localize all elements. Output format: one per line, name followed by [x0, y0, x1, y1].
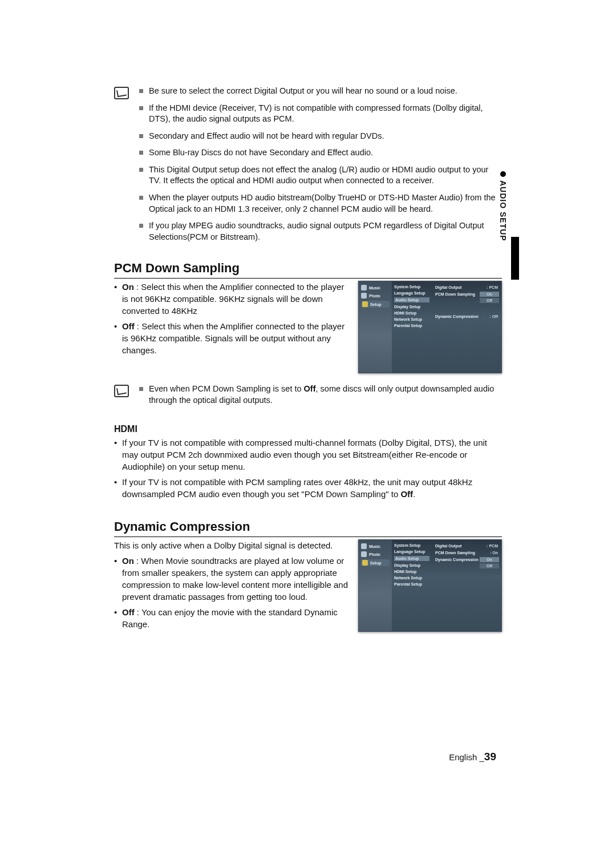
footer-language: English — [449, 752, 477, 762]
menu-col2-item: Language Setup — [394, 550, 429, 554]
option-label: PCM Down Sampling — [435, 292, 475, 296]
note-block-pcm: Even when PCM Down Sampling is set to Of… — [114, 384, 502, 412]
dyn-bullets: •On : When Movie soundtracks are played … — [114, 555, 349, 630]
bullet-square-icon — [139, 134, 143, 138]
menu-col1-item: Music — [369, 286, 380, 290]
dyn-intro: This is only active when a Dolby Digital… — [114, 539, 349, 551]
section-heading-pcm: PCM Down Sampling — [114, 261, 502, 279]
menu-col2-item: Network Setup — [394, 317, 429, 321]
menu-col2-item: Display Setup — [394, 563, 429, 567]
music-icon — [361, 543, 367, 549]
menu-col2-item: HDMI Setup — [394, 311, 429, 315]
photo-icon — [361, 293, 367, 299]
hdmi-bullets: •If your TV is not compatible with compr… — [114, 437, 502, 500]
setup-menu-screenshot-dynamic: Music Photo Setup System Setup Language … — [358, 539, 502, 632]
menu-col2-item: Network Setup — [394, 576, 429, 580]
hdmi-subheading: HDMI — [114, 424, 502, 434]
gear-icon — [362, 560, 368, 566]
photo-icon — [361, 551, 367, 557]
menu-col2-item: HDMI Setup — [394, 570, 429, 574]
note-item: Some Blu-ray Discs do not have Secondary… — [149, 147, 373, 159]
menu-col2-item: Language Setup — [394, 291, 429, 295]
footer-sep: _ — [480, 752, 484, 762]
bullet-lead: On — [122, 282, 134, 292]
popup-option: On — [480, 557, 499, 562]
menu-col2-item: System Setup — [394, 543, 429, 547]
popup-option: Off — [480, 298, 499, 303]
popup-option: Off — [480, 563, 499, 568]
bullet-text: : You can enjoy the movie with the stand… — [122, 607, 338, 629]
menu-col2-item-selected: Audio Setup — [394, 297, 429, 302]
menu-col1-item: Setup — [370, 302, 381, 306]
side-tab-marker — [511, 237, 519, 280]
bullet-text: : Select this when the Amplifier connect… — [122, 321, 345, 355]
note-list-top: Be sure to select the correct Digital Ou… — [139, 86, 502, 248]
bullet-text: If your TV is not compatible with compre… — [122, 437, 502, 473]
option-label: Dynamic Compression — [435, 314, 479, 318]
side-tab-label: AUDIO SETUP — [499, 180, 508, 241]
bullet-square-icon — [139, 196, 143, 200]
note-icon — [114, 87, 129, 99]
bullet-square-icon — [139, 151, 143, 155]
note-item: Be sure to select the correct Digital Ou… — [149, 86, 457, 97]
bullet-lead: Off — [122, 607, 135, 617]
note-block-top: Be sure to select the correct Digital Ou… — [114, 86, 502, 248]
page-footer: English _39 — [449, 751, 496, 763]
bullet-square-icon — [139, 224, 143, 228]
popup-option: On — [480, 292, 499, 297]
side-tab-bullet — [500, 171, 506, 177]
bullet-square-icon — [139, 387, 143, 391]
bullet-text: : When Movie soundtracks are played at l… — [122, 556, 348, 602]
section-heading-dynamic: Dynamic Compression — [114, 519, 502, 537]
option-label: Digital Output — [435, 285, 461, 289]
menu-col2-item-selected: Audio Setup — [394, 556, 429, 561]
option-label: PCM Down Sampling — [435, 551, 475, 555]
option-label: Dynamic Compression — [435, 558, 479, 562]
menu-col1-item: Music — [369, 544, 380, 548]
menu-col2-item: Display Setup — [394, 305, 429, 309]
bullet-text: If your TV is not compatible with PCM sa… — [122, 476, 502, 500]
setup-menu-screenshot-pcm: Music Photo Setup System Setup Language … — [358, 281, 502, 373]
bullet-square-icon — [139, 168, 143, 172]
option-value: On — [492, 551, 498, 555]
note-icon — [114, 385, 129, 397]
bullet-square-icon — [139, 106, 143, 110]
note-item: Secondary and Effect audio will not be h… — [149, 131, 384, 142]
side-tab: AUDIO SETUP — [499, 171, 508, 241]
bullet-lead: Off — [122, 321, 135, 331]
option-value: Off — [492, 314, 498, 318]
menu-col1-item: Photo — [369, 552, 380, 556]
menu-col1-item: Photo — [369, 294, 380, 298]
menu-col2-item: Parental Setup — [394, 582, 429, 586]
note-item: If the HDMI device (Receiver, TV) is not… — [149, 103, 502, 125]
note-item: This Digital Output setup does not effec… — [149, 164, 502, 187]
menu-col1-item: Setup — [370, 561, 381, 565]
music-icon — [361, 285, 367, 291]
manual-page: AUDIO SETUP Be sure to select the correc… — [0, 0, 616, 843]
menu-col2-item: System Setup — [394, 285, 429, 289]
bullet-square-icon — [139, 89, 143, 93]
page-number: 39 — [484, 751, 496, 763]
bullet-lead: On — [122, 556, 134, 566]
option-label: Digital Output — [435, 544, 461, 548]
option-value: PCM — [489, 285, 498, 289]
note-item: Even when PCM Down Sampling is set to Of… — [149, 384, 502, 406]
gear-icon — [362, 301, 368, 307]
option-value: PCM — [489, 544, 498, 548]
note-item: When the player outputs HD audio bitstre… — [149, 192, 502, 215]
bullet-text: : Select this when the Amplifier connect… — [122, 282, 344, 316]
pcm-bullets: •On : Select this when the Amplifier con… — [114, 281, 349, 356]
menu-col2-item: Parental Setup — [394, 324, 429, 328]
note-item: If you play MPEG audio soundtracks, audi… — [149, 220, 502, 243]
